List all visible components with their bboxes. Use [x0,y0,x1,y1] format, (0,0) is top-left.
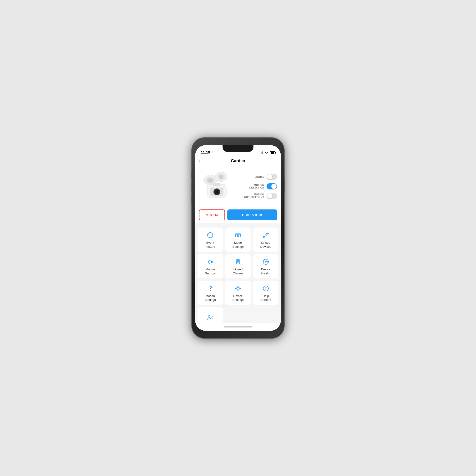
feature-grid: EventHistory [198,227,278,323]
home-indicator [195,323,281,331]
svg-point-28 [211,286,212,287]
grid-section: EventHistory [195,225,281,323]
device-image [199,169,237,204]
motion-settings-label: MotionSettings [205,294,216,302]
motion-notifications-toggle-row: MOTIONNOTIFICATIONS [239,193,277,199]
svg-point-18 [237,236,238,237]
device-health-icon [262,258,270,266]
home-bar [224,326,252,327]
event-history-icon [206,231,214,239]
siren-button[interactable]: SIREN [199,209,225,221]
status-time: 11:19 [201,150,213,154]
mode-settings-item[interactable]: ModeSettings [225,227,251,252]
motion-detection-toggle-row: MOTIONDETECTION [239,183,277,189]
svg-point-29 [237,288,239,289]
scroll-content[interactable]: LIGHTS MOTIONDETECTION MOTIO [195,166,281,323]
linked-devices-icon [262,231,270,239]
location-icon [211,151,213,153]
lights-toggle[interactable] [267,174,277,180]
signal-icon [260,151,263,154]
mode-settings-label: ModeSettings [233,241,244,249]
linked-chimes-label: LinkedChimes [233,268,243,276]
motion-notifications-toggle[interactable] [267,193,277,199]
device-settings-item[interactable]: DeviceSettings [225,281,251,305]
help-content-label: HelpContent [260,294,271,302]
back-button[interactable]: ‹ [199,158,201,164]
camera-svg [200,170,236,203]
svg-point-33 [211,316,212,317]
device-settings-icon [234,285,242,292]
svg-text:?: ? [265,287,267,290]
phone-screen: 11:19 [195,145,281,331]
mode-settings-icon [234,231,242,239]
svg-point-32 [208,316,210,318]
lights-label: LIGHTS [255,176,264,178]
svg-point-12 [216,191,218,192]
nav-header: ‹ Garden [195,156,281,166]
toggles-section: LIGHTS MOTIONDETECTION MOTIO [237,174,277,199]
shared-users-icon [206,314,214,321]
linked-chimes-icon [234,258,242,266]
device-settings-label: DeviceSettings [233,294,244,302]
event-history-item[interactable]: EventHistory [198,227,223,252]
wifi-icon [265,151,269,154]
svg-point-11 [215,190,216,191]
linked-devices-item[interactable]: LinkedDevices [253,227,278,252]
device-health-item[interactable]: DeviceHealth [253,254,278,278]
time-display: 11:19 [201,150,210,154]
battery-icon [270,151,275,154]
svg-line-19 [265,234,267,236]
linked-chimes-item[interactable]: LinkedChimes [225,254,251,278]
motion-snooze-item[interactable]: MotionSnooze [198,254,223,278]
phone-frame: 11:19 [192,137,284,339]
device-health-label: DeviceHealth [261,268,271,276]
event-history-label: EventHistory [205,241,215,249]
svg-rect-23 [236,260,240,264]
motion-notifications-label: MOTIONNOTIFICATIONS [244,193,264,199]
device-section: LIGHTS MOTIONDETECTION MOTIO [195,166,281,206]
svg-point-5 [219,175,223,179]
linked-devices-label: LinkedDevices [260,241,271,249]
action-buttons: SIREN LIVE VIEW [195,206,281,223]
lights-toggle-row: LIGHTS [239,174,277,180]
status-icons [260,151,275,154]
motion-settings-icon [206,285,214,292]
motion-detection-label: MOTIONDETECTION [249,184,264,189]
live-view-button[interactable]: LIVE VIEW [227,209,277,221]
svg-point-2 [207,178,213,183]
page-title: Garden [231,158,245,163]
motion-detection-toggle[interactable] [267,183,277,189]
help-content-item[interactable]: ? HelpContent [253,281,278,305]
shared-users-item[interactable] [198,307,223,323]
motion-snooze-label: MotionSnooze [205,268,215,276]
section-divider [195,223,281,225]
svg-rect-13 [213,183,220,186]
motion-snooze-icon [206,258,214,266]
svg-point-27 [263,259,269,264]
notch [222,145,254,152]
motion-settings-item[interactable]: MotionSettings [198,281,223,305]
help-content-icon: ? [262,285,270,292]
